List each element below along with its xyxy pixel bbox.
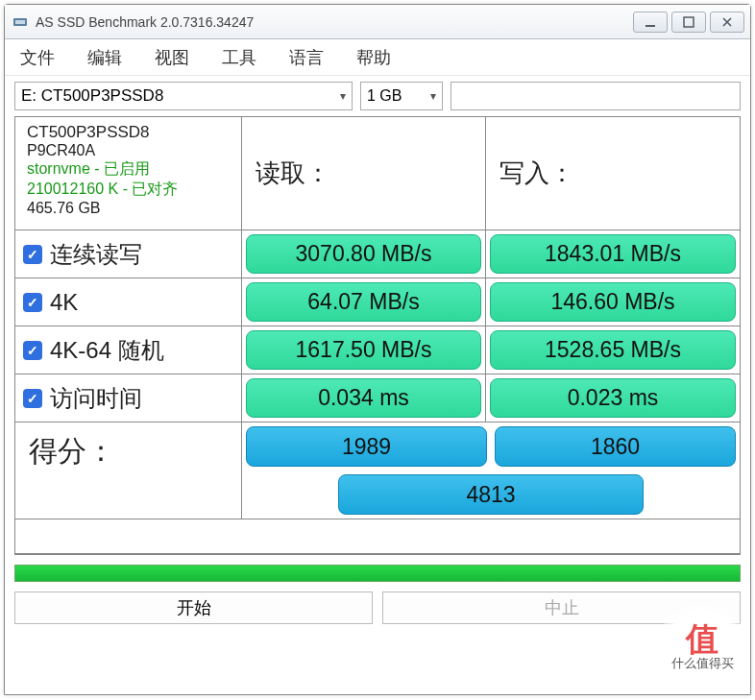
checkbox-4k64[interactable]: ✓ — [23, 341, 42, 360]
menu-language[interactable]: 语言 — [281, 42, 331, 73]
menubar: 文件 编辑 视图 工具 语言 帮助 — [5, 39, 750, 76]
window-buttons — [633, 12, 744, 33]
access-read-value: 0.034 ms — [246, 378, 481, 418]
device-firmware: P9CR40A — [27, 142, 95, 159]
close-button[interactable] — [710, 12, 744, 33]
search-input[interactable] — [451, 82, 741, 110]
maximize-button[interactable] — [671, 12, 706, 33]
device-name: CT500P3PSSD8 — [27, 123, 150, 142]
device-capacity: 465.76 GB — [27, 200, 101, 217]
seq-write-value: 1843.01 MB/s — [490, 234, 736, 274]
checkbox-seq[interactable]: ✓ — [23, 245, 42, 264]
test-row-seq: ✓ 连续读写 3070.80 MB/s 1843.01 MB/s — [15, 230, 740, 278]
test-row-4k: ✓ 4K 64.07 MB/s 146.60 MB/s — [15, 278, 740, 326]
device-info: CT500P3PSSD8 P9CR40A stornvme - 已启用 2100… — [15, 117, 242, 230]
menu-edit[interactable]: 编辑 — [80, 42, 130, 73]
minimize-button[interactable] — [633, 12, 668, 33]
app-icon — [11, 12, 30, 32]
test-row-4k64: ✓ 4K-64 随机 1617.50 MB/s 1528.65 MB/s — [15, 326, 740, 374]
watermark-text: 什么值得买 — [671, 655, 734, 672]
score-row: 得分： 1989 1860 4813 — [15, 422, 740, 519]
header-read: 读取： — [242, 117, 486, 230]
action-buttons: 开始 中止 — [14, 591, 741, 624]
svg-rect-1 — [15, 20, 25, 24]
4k64-read-value: 1617.50 MB/s — [246, 330, 481, 370]
size-select-value: 1 GB — [367, 87, 402, 105]
empty-row — [15, 519, 740, 554]
score-write: 1860 — [495, 426, 736, 467]
test-label: 访问时间 — [50, 383, 142, 414]
score-label: 得分： — [15, 422, 242, 519]
test-label: 4K — [50, 289, 78, 316]
test-label: 4K-64 随机 — [50, 335, 164, 366]
menu-help[interactable]: 帮助 — [349, 42, 399, 73]
4k64-write-value: 1528.65 MB/s — [490, 330, 736, 370]
access-write-value: 0.023 ms — [490, 378, 736, 418]
titlebar: AS SSD Benchmark 2.0.7316.34247 — [5, 5, 750, 39]
chevron-down-icon: ▾ — [340, 89, 346, 103]
toolbar: E: CT500P3PSSD8 ▾ 1 GB ▾ — [5, 76, 750, 116]
svg-rect-3 — [684, 17, 694, 27]
drive-select[interactable]: E: CT500P3PSSD8 ▾ — [14, 82, 353, 110]
score-total: 4813 — [338, 474, 644, 515]
device-alignment-status: 210012160 K - 已对齐 — [27, 180, 178, 200]
window-title: AS SSD Benchmark 2.0.7316.34247 — [36, 14, 633, 30]
header-write: 写入： — [486, 117, 740, 230]
menu-view[interactable]: 视图 — [147, 42, 197, 73]
menu-file[interactable]: 文件 — [12, 42, 62, 73]
seq-read-value: 3070.80 MB/s — [246, 234, 481, 274]
checkbox-access[interactable]: ✓ — [23, 389, 42, 408]
chevron-down-icon: ▾ — [430, 89, 436, 103]
svg-rect-2 — [645, 25, 655, 27]
progress-bar — [14, 565, 741, 582]
app-window: AS SSD Benchmark 2.0.7316.34247 文件 编辑 视图… — [4, 4, 751, 695]
device-driver-status: stornvme - 已启用 — [27, 159, 150, 180]
size-select[interactable]: 1 GB ▾ — [360, 82, 443, 110]
test-label: 连续读写 — [50, 239, 142, 270]
watermark: 值 什么值得买 — [657, 602, 747, 692]
start-button[interactable]: 开始 — [14, 591, 373, 624]
score-read: 1989 — [246, 426, 487, 467]
watermark-logo: 值 — [686, 622, 718, 655]
checkbox-4k[interactable]: ✓ — [23, 293, 42, 312]
4k-read-value: 64.07 MB/s — [246, 282, 481, 322]
test-row-access: ✓ 访问时间 0.034 ms 0.023 ms — [15, 374, 740, 422]
results-grid: CT500P3PSSD8 P9CR40A stornvme - 已启用 2100… — [14, 116, 741, 555]
menu-tools[interactable]: 工具 — [214, 42, 264, 73]
4k-write-value: 146.60 MB/s — [490, 282, 736, 322]
drive-select-value: E: CT500P3PSSD8 — [21, 86, 163, 106]
